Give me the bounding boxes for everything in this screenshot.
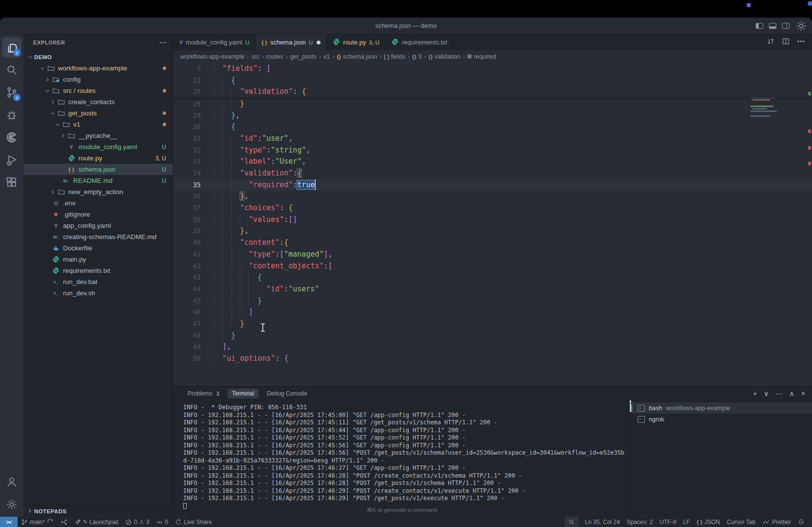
tab-schema-json[interactable]: { }schema.jsonU: [256, 34, 327, 50]
titlebar[interactable]: schema.json — demo: [0, 18, 812, 34]
code-line-39[interactable]: 39},: [173, 225, 812, 237]
open-changes-icon[interactable]: [767, 37, 775, 47]
tab-requirements-txt[interactable]: requirements.txt: [385, 34, 453, 50]
breadcrumb-workflows-app-example[interactable]: workflows-app-example: [180, 53, 244, 60]
tree-item-get-posts[interactable]: get_posts: [23, 108, 173, 119]
tab-route-py[interactable]: route.py3, U: [327, 34, 385, 50]
activity-run-debug-icon[interactable]: [2, 105, 21, 125]
panel-more-icon[interactable]: ⋯: [776, 390, 783, 397]
maximize-panel-icon[interactable]: ∧: [790, 390, 794, 397]
tree-item-workflows-app-example[interactable]: workflows-app-example: [23, 63, 173, 74]
breadcrumb-src[interactable]: src: [251, 53, 259, 60]
close-panel-icon[interactable]: ×: [801, 390, 805, 397]
code-line-48[interactable]: 48}: [173, 329, 812, 341]
remote-indicator[interactable]: ><: [0, 517, 18, 527]
code-line-26[interactable]: 26"validation": {: [173, 86, 812, 97]
tab-module-config-yaml[interactable]: Ymodule_config.yamlU: [173, 34, 256, 50]
tree-item-src-routes[interactable]: src / routes: [23, 85, 173, 96]
code-editor[interactable]: 5"fields": [22{26"validation": { 28}29},…: [173, 63, 812, 386]
activity-search-icon[interactable]: [2, 60, 21, 80]
tree-item-run-dev-bat[interactable]: >_run_dev.bat: [23, 276, 173, 287]
status-git-branch[interactable]: main*: [18, 517, 57, 527]
status-ports[interactable]: 0: [153, 517, 172, 527]
breadcrumb-fields[interactable]: [ ]fields: [384, 53, 406, 60]
breadcrumb-required[interactable]: ⊞required: [467, 53, 496, 60]
new-terminal-icon[interactable]: +: [753, 390, 757, 397]
tree-item-new-empty-action[interactable]: new_empty_action: [23, 186, 173, 198]
code-line-40[interactable]: 40"content":{: [173, 237, 812, 248]
terminal-dropdown-icon[interactable]: ∨: [764, 390, 769, 397]
code-line-50[interactable]: 50"ui_options": {: [173, 352, 812, 364]
code-line-33[interactable]: 33"label":"User",: [173, 156, 812, 168]
code-line-30[interactable]: 30{: [173, 121, 812, 132]
tree-item-pycache[interactable]: __pycache__: [23, 130, 173, 141]
tree-item-demo[interactable]: DEMO: [23, 51, 173, 63]
customize-layout-icon[interactable]: [795, 20, 807, 32]
tree-item-gitignore[interactable]: .gitignore: [23, 209, 173, 220]
code-line-31[interactable]: 31"id":"user",: [173, 132, 812, 144]
code-line-42[interactable]: 42"content_objects":[: [173, 260, 812, 272]
status-eol[interactable]: LF: [680, 517, 693, 527]
status-problems[interactable]: 0⚠3: [122, 517, 152, 527]
code-line-45[interactable]: 45}: [173, 295, 812, 307]
minimap[interactable]: [749, 65, 808, 386]
terminal-item-ngrok[interactable]: >_ngrok: [631, 414, 812, 425]
toggle-panel-icon[interactable]: [769, 23, 776, 29]
tree-item-requirements-txt[interactable]: requirements.txt: [23, 265, 173, 276]
code-line-47[interactable]: 47}: [173, 318, 812, 329]
status-language-mode[interactable]: { }JSON: [693, 517, 724, 527]
code-line-38[interactable]: 38"values":[]: [173, 214, 812, 225]
code-line-35[interactable]: 35"required":true: [173, 179, 812, 191]
activity-extension-logo-icon[interactable]: [2, 127, 21, 148]
status-encoding[interactable]: UTF-8: [656, 517, 680, 527]
split-editor-icon[interactable]: [782, 37, 790, 47]
code-line-29[interactable]: 29},: [173, 110, 812, 121]
activity-test-tasks-icon[interactable]: [2, 150, 21, 170]
toggle-primary-sidebar-icon[interactable]: [756, 23, 763, 29]
code-line-5[interactable]: 5"fields": [: [173, 63, 812, 74]
status-search-status[interactable]: [565, 517, 578, 527]
terminal-item-bash[interactable]: >_bashworkflows-app-example: [631, 402, 812, 414]
editor-more-icon[interactable]: [797, 37, 805, 47]
status-indentation[interactable]: Spaces: 2: [623, 517, 656, 527]
status-live-share[interactable]: Live Share: [171, 517, 215, 527]
tree-item-module-config-yaml[interactable]: Ymodule_config.yamlU: [23, 141, 173, 153]
tree-item-dockerfile[interactable]: Dockerfile: [23, 242, 173, 254]
terminal-output[interactable]: INFO - * Debugger PIN: 856-118-331INFO -…: [173, 400, 630, 517]
activity-settings-icon[interactable]: [2, 494, 21, 515]
activity-source-control-icon[interactable]: 4: [2, 82, 21, 103]
code-line-36[interactable]: 36},: [173, 191, 812, 202]
tree-item-main-py[interactable]: main.py: [23, 254, 173, 265]
explorer-more-icon[interactable]: ⋯: [159, 38, 167, 47]
notepads-section[interactable]: NOTEPADS: [23, 505, 173, 517]
status-notifications[interactable]: [794, 517, 808, 527]
status-launchpad[interactable]: ✎Launchpad: [71, 517, 122, 527]
breadcrumb-get-posts[interactable]: get_posts: [290, 53, 317, 60]
code-line-37[interactable]: 37"choices": {: [173, 202, 812, 214]
code-line-34[interactable]: 34"validation":{: [173, 167, 812, 179]
panel-tab-terminal[interactable]: Terminal: [228, 389, 258, 398]
status-cursor-position[interactable]: Ln 35, Col 24: [581, 517, 623, 527]
status-cursor-tab[interactable]: Cursor Tab: [724, 517, 759, 527]
code-line-46[interactable]: 46]: [173, 306, 812, 318]
code-line-22[interactable]: 22{: [173, 74, 812, 86]
activity-accounts-icon[interactable]: [2, 472, 21, 492]
tree-item-readme-md[interactable]: M↓README.mdU: [23, 175, 173, 186]
tree-item-create-contacts[interactable]: create_contacts: [23, 96, 173, 108]
code-line-44[interactable]: 44"id":"users": [173, 283, 812, 295]
activity-extensions-icon[interactable]: [2, 172, 21, 193]
tree-item-v1[interactable]: v1: [23, 119, 173, 130]
breadcrumb-routes[interactable]: routes: [266, 53, 283, 60]
tree-item-run-dev-sh[interactable]: >_run_dev.sh: [23, 287, 173, 299]
breadcrumb-schema-json[interactable]: {}schema.json: [337, 53, 377, 60]
tree-item-env[interactable]: .env: [23, 198, 173, 209]
tree-item-route-py[interactable]: route.py3, U: [23, 153, 173, 164]
code-line-32[interactable]: 32"type":"string",: [173, 144, 812, 156]
code-line-41[interactable]: 41"type":["managed"],: [173, 248, 812, 260]
status-formatter[interactable]: ✓✓Prettier: [759, 517, 794, 527]
breadcrumb-v1[interactable]: v1: [323, 53, 330, 60]
breadcrumb-3[interactable]: {}3: [412, 53, 422, 60]
activity-explorer-icon[interactable]: 1: [2, 37, 21, 58]
tree-item-creating-schemas-readme-md[interactable]: M↓creating-schemas-README.md: [23, 231, 173, 242]
panel-tab-debug-console[interactable]: Debug Console: [262, 389, 312, 398]
